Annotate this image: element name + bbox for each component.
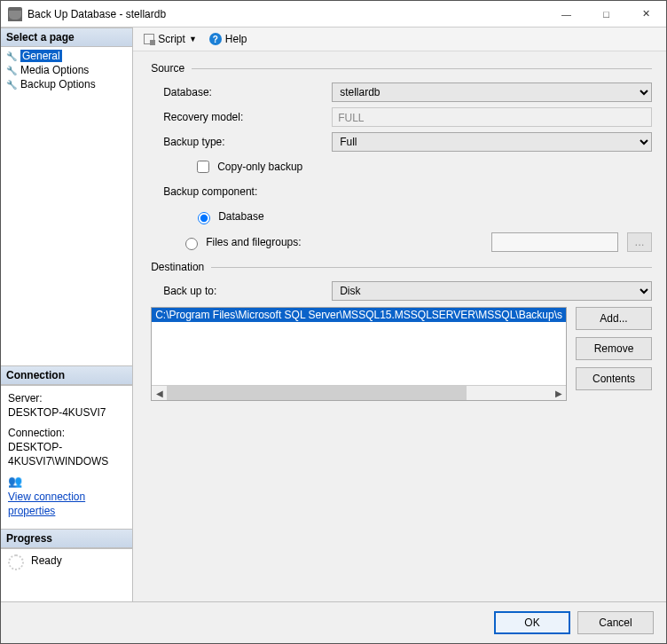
copy-only-input[interactable] [197,161,209,173]
titlebar: Back Up Database - stellardb — □ ✕ [1,1,666,27]
radio-database[interactable]: Database [193,209,263,224]
backup-to-label: Back up to: [163,285,332,297]
chevron-down-icon: ▼ [189,35,197,43]
sidebar: Select a page 🔧 General 🔧 Media Options … [1,27,133,601]
help-button[interactable]: ? Help [206,31,251,47]
divider [192,68,652,69]
spinner-icon [8,554,24,570]
recovery-model-value: FULL [332,107,652,127]
content: Source Database: stellardb Recovery mode… [133,51,666,601]
wrench-icon: 🔧 [6,80,17,90]
destination-section: Destination Back up to: Disk C [151,261,652,401]
window-title: Back Up Database - stellardb [27,8,546,20]
scroll-thumb[interactable] [167,386,467,400]
page-item-label: Backup Options [20,78,96,90]
toolbar: Script ▼ ? Help [133,27,666,51]
backup-component-label: Backup component: [163,185,332,198]
maximize-button[interactable]: □ [586,1,626,27]
people-icon: 👥 [8,475,22,488]
radio-files[interactable]: Files and filegroups: [181,235,301,250]
connection-label: Connection: [8,426,125,440]
radio-files-input[interactable] [185,238,198,250]
close-button[interactable]: ✕ [626,1,666,27]
page-list: 🔧 General 🔧 Media Options 🔧 Backup Optio… [1,47,132,365]
view-connection-properties-link[interactable]: View connection properties [8,490,125,518]
scroll-right-arrow[interactable]: ▶ [551,386,566,400]
connection-header: Connection [1,365,132,385]
destination-list[interactable]: C:\Program Files\Microsoft SQL Server\MS… [151,307,567,401]
database-select[interactable]: stellardb [332,82,652,102]
source-header: Source [151,62,184,75]
scroll-track[interactable] [167,386,551,400]
connection-value: DESKTOP-4KUSVI7\WINDOWS [8,440,125,468]
recovery-model-label: Recovery model: [163,111,332,123]
ok-button[interactable]: OK [494,611,570,634]
backup-to-select[interactable]: Disk [332,281,652,301]
scroll-left-arrow[interactable]: ◀ [152,386,167,400]
script-button[interactable]: Script ▼ [140,31,200,47]
filegroups-browse-button: ... [627,232,652,252]
cancel-button[interactable]: Cancel [577,611,654,634]
source-section: Source Database: stellardb Recovery mode… [151,62,652,252]
server-value: DESKTOP-4KUSVI7 [8,405,125,420]
progress-header: Progress [1,529,132,548]
remove-button[interactable]: Remove [576,337,652,360]
page-item-general[interactable]: 🔧 General [1,49,132,63]
dialog-footer: OK Cancel [1,601,666,643]
add-button[interactable]: Add... [576,307,652,330]
connection-panel: Server: DESKTOP-4KUSVI7 Connection: DESK… [1,385,132,529]
page-item-label: Media Options [20,64,89,76]
progress-status: Ready [31,554,62,567]
help-icon: ? [209,33,222,45]
select-page-header: Select a page [1,27,132,47]
contents-button[interactable]: Contents [576,367,652,390]
radio-database-input[interactable] [198,212,210,224]
script-icon [144,34,154,44]
backup-type-select[interactable]: Full [332,132,652,152]
wrench-icon: 🔧 [6,66,17,75]
wrench-icon: 🔧 [6,51,17,61]
server-label: Server: [8,391,125,405]
database-label: Database: [163,86,332,98]
horizontal-scrollbar[interactable]: ◀ ▶ [152,385,566,400]
page-item-backup-options[interactable]: 🔧 Backup Options [1,77,132,91]
destination-path-item[interactable]: C:\Program Files\Microsoft SQL Server\MS… [152,308,566,322]
script-label: Script [158,33,185,45]
radio-files-label: Files and filegroups: [206,236,301,248]
minimize-button[interactable]: — [546,1,586,27]
filegroups-input [491,232,618,252]
page-item-label: General [20,50,62,62]
destination-header: Destination [151,261,204,273]
database-icon [8,7,22,21]
main-panel: Script ▼ ? Help Source Database: [133,27,666,601]
copy-only-label: Copy-only backup [217,161,302,173]
divider [211,267,652,268]
backup-database-dialog: Back Up Database - stellardb — □ ✕ Selec… [0,0,667,644]
copy-only-checkbox[interactable]: Copy-only backup [193,158,302,176]
page-item-media-options[interactable]: 🔧 Media Options [1,63,132,77]
link-label: View connection properties [8,490,125,518]
help-label: Help [225,33,247,45]
radio-database-label: Database [218,210,263,223]
progress-panel: Ready [1,548,132,601]
backup-type-label: Backup type: [163,136,332,148]
